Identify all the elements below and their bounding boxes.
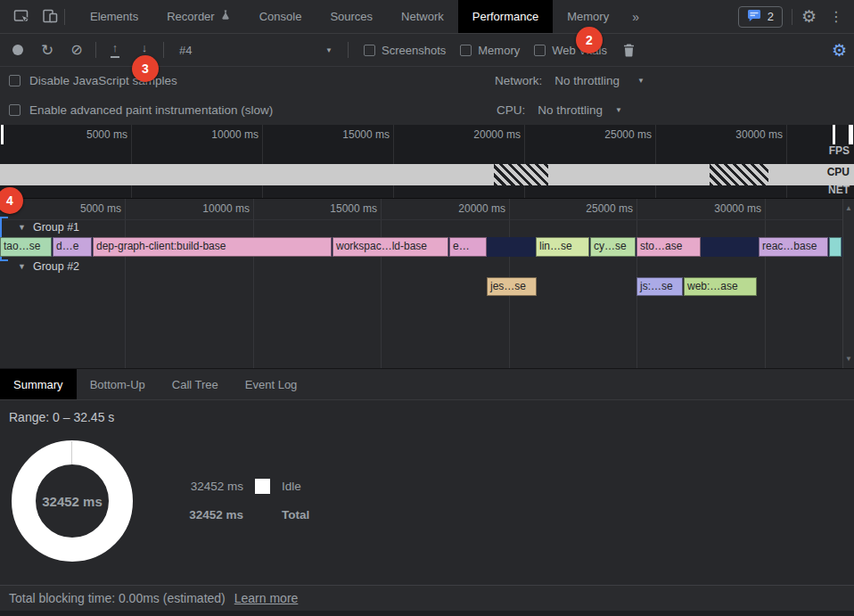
performance-toolbar: ↻ ⊘ ↑ ↓ #4 ▼ ScreenshotsMemoryWeb Vitals… <box>0 34 854 67</box>
flame-event-bar[interactable]: d…e <box>53 237 92 257</box>
web-vitals-checkbox[interactable] <box>534 45 546 56</box>
flame-event-bar[interactable]: workspac…ld-base <box>333 237 448 257</box>
capture-settings-pane: Disable JavaScript samples Enable advanc… <box>0 67 854 125</box>
reload-and-record-button[interactable]: ↻ <box>37 39 58 61</box>
record-button[interactable] <box>7 39 29 61</box>
flame-event-bar[interactable]: js:…se <box>636 277 683 296</box>
summary-donut-chart: 32452 ms <box>12 440 133 562</box>
record-icon <box>12 45 23 55</box>
settings-gear-icon[interactable]: ⚙ <box>801 8 817 25</box>
tab-label: Performance <box>472 10 538 23</box>
tab-event-log[interactable]: Event Log <box>232 369 311 399</box>
tab-label: Memory <box>567 10 609 23</box>
topbar-right-controls: 2 ⚙ ⋮ <box>738 6 847 28</box>
trash-icon <box>623 44 635 57</box>
issues-bubble-icon <box>747 9 761 25</box>
devtools-tab-bar: ElementsRecorderConsoleSourcesNetworkPer… <box>0 0 854 34</box>
cpu-idle-hatch <box>494 164 548 185</box>
detail-tabs: SummaryBottom-UpCall TreeEvent Log <box>0 368 854 400</box>
overview-tick-label: 10000 ms <box>169 128 259 141</box>
status-footer: Total blocking time: 0.00ms (estimated) … <box>0 585 854 611</box>
panel-tabs: ElementsRecorderConsoleSourcesNetworkPer… <box>76 0 623 33</box>
tab-bottom-up[interactable]: Bottom-Up <box>77 369 159 399</box>
device-toolbar-icon[interactable] <box>36 4 64 29</box>
issues-counter[interactable]: 2 <box>738 6 783 28</box>
bottom-edge <box>0 611 854 616</box>
overview-right-handle[interactable] <box>833 125 835 144</box>
flame-event-bar[interactable]: lin…se <box>536 237 589 257</box>
learn-more-link[interactable]: Learn more <box>234 591 299 605</box>
legend-label: Idle <box>282 480 309 493</box>
flame-tick-label: 5000 ms <box>23 202 121 215</box>
flame-event-bar[interactable] <box>829 237 842 257</box>
kebab-menu-icon[interactable]: ⋮ <box>825 10 847 24</box>
tab-network[interactable]: Network <box>387 0 458 33</box>
overview-tick-label: 20000 ms <box>431 128 521 141</box>
flame-event-bar[interactable]: reac…base <box>759 237 828 257</box>
overview-gridline <box>393 125 394 198</box>
network-throttling-select[interactable]: No throttling <box>554 74 620 87</box>
flask-icon <box>220 9 231 24</box>
divider <box>792 9 792 25</box>
garbage-collect-button[interactable] <box>619 39 640 61</box>
group-header-2[interactable]: ▼ Group #2 <box>18 260 79 273</box>
annotation-badge-3: 3 <box>132 55 159 82</box>
flame-event-bar[interactable]: tao…se <box>0 237 52 257</box>
tab-label: Recorder <box>167 10 214 23</box>
divider <box>64 9 65 25</box>
capture-settings-gear-icon[interactable]: ⚙ <box>832 42 847 59</box>
cpu-throttling-select[interactable]: No throttling <box>538 103 603 117</box>
tab-summary[interactable]: Summary <box>0 369 77 399</box>
overview-left-handle[interactable] <box>1 125 4 144</box>
tab-label: Sources <box>330 10 373 23</box>
network-throttling-row: Network: No throttling ▼ <box>495 74 645 87</box>
flame-event-bar[interactable]: e… <box>449 237 487 257</box>
tab-call-tree[interactable]: Call Tree <box>159 369 232 399</box>
overview-tick-label: 30000 ms <box>694 128 783 141</box>
screenshots-checkbox[interactable] <box>364 45 375 56</box>
flame-tick-label: 30000 ms <box>663 202 761 215</box>
flame-event-bar[interactable]: cy…se <box>590 237 636 257</box>
scroll-up-icon[interactable]: ▲ <box>843 204 854 212</box>
tab-sources[interactable]: Sources <box>316 0 387 33</box>
network-throttling-label: Network: <box>495 74 542 87</box>
cpu-throttling-label: CPU: <box>497 103 525 117</box>
tab-elements[interactable]: Elements <box>76 0 152 33</box>
checkbox-memory: Memory <box>460 44 520 57</box>
tab-console[interactable]: Console <box>245 0 316 33</box>
legend-swatch <box>255 479 270 494</box>
overview-gridline <box>655 125 656 198</box>
chevron-down-icon: ▼ <box>637 77 645 85</box>
summary-legend: 32452 msIdle32452 msTotal <box>181 479 309 522</box>
overview-edge-handle[interactable] <box>849 125 853 144</box>
collapse-triangle-icon[interactable]: ▼ <box>18 262 26 271</box>
flame-chart[interactable]: 5000 ms10000 ms15000 ms20000 ms25000 ms3… <box>0 198 854 368</box>
flame-event-bar[interactable]: sto…ase <box>636 237 701 257</box>
group-2-label: Group #2 <box>33 260 79 273</box>
cpu-idle-hatch <box>710 164 768 185</box>
group-header-1[interactable]: ▼ Group #1 <box>18 221 79 234</box>
clear-recording-button[interactable]: ⊘ <box>66 39 87 61</box>
tab-performance[interactable]: Performance <box>458 0 553 33</box>
group-1-label: Group #1 <box>33 221 79 234</box>
paint-instrumentation-checkbox[interactable] <box>9 104 21 116</box>
scroll-down-icon[interactable]: ▼ <box>843 355 854 363</box>
load-profile-button[interactable]: ↑ <box>104 39 126 61</box>
flame-event-bar[interactable]: dep-graph-client:build-base <box>93 237 332 257</box>
flame-scrollbar[interactable]: ▲ ▼ <box>842 199 854 368</box>
overview-gridline <box>131 125 132 198</box>
inspect-element-icon[interactable] <box>7 4 36 29</box>
memory-checkbox[interactable] <box>460 45 472 56</box>
session-label: #4 <box>179 44 192 57</box>
tab-recorder[interactable]: Recorder <box>152 0 244 33</box>
flame-event-bar[interactable]: jes…se <box>487 277 537 296</box>
recording-session-select[interactable]: #4 ▼ <box>172 44 340 57</box>
timeline-overview[interactable]: 5000 ms10000 ms15000 ms20000 ms25000 ms3… <box>0 125 854 198</box>
disable-js-samples-checkbox[interactable] <box>9 75 21 86</box>
tab-label: Elements <box>90 10 138 23</box>
flame-event-bar[interactable]: web:…ase <box>684 277 757 296</box>
collapse-triangle-icon[interactable]: ▼ <box>18 223 26 232</box>
overview-tick-label: 15000 ms <box>300 128 390 141</box>
more-tabs-chevron[interactable]: » <box>623 0 648 33</box>
overview-gridline <box>786 125 787 198</box>
